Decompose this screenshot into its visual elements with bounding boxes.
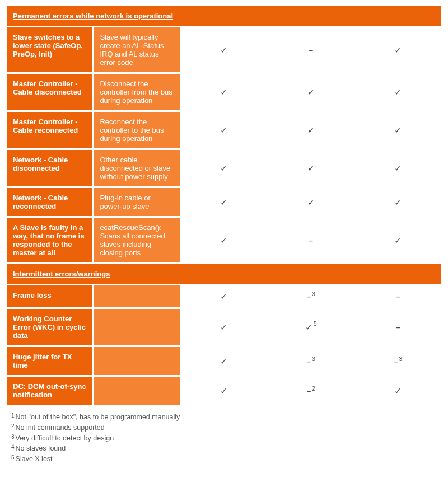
row-description bbox=[94, 309, 179, 345]
dash-icon: – bbox=[307, 387, 311, 395]
col-2-mark: ✓ bbox=[268, 112, 353, 148]
footnote-text: Not "out of the box", has to be programm… bbox=[16, 413, 180, 421]
row-label: Huge jitter for TX time bbox=[7, 347, 92, 375]
check-icon: ✓ bbox=[220, 87, 227, 97]
check-icon: ✓ bbox=[394, 125, 402, 135]
section-title: Permanent errors while network is operat… bbox=[13, 12, 173, 20]
row-description: Reconnect the controller to the bus duri… bbox=[94, 112, 179, 148]
col-2-mark: – bbox=[268, 27, 353, 72]
col-1-mark: ✓ bbox=[181, 309, 267, 345]
row-description: Slave will typically create an AL-Status… bbox=[94, 27, 179, 72]
col-1-mark: ✓ bbox=[181, 285, 267, 307]
error-table: Permanent errors while network is operat… bbox=[6, 4, 442, 406]
footnote: 1Not "out of the box", has to be program… bbox=[11, 412, 437, 423]
col-1-mark: ✓ bbox=[181, 377, 267, 405]
dash-icon: – bbox=[396, 323, 400, 331]
col-2-mark: –2 bbox=[268, 377, 353, 405]
row-description: ecatRescueScan(): Scans all connected sl… bbox=[94, 218, 179, 262]
col-3-mark: –3 bbox=[356, 347, 441, 375]
footnote: 4No slaves found bbox=[11, 443, 437, 454]
check-icon: ✓ bbox=[305, 322, 312, 332]
footnote-number: 4 bbox=[11, 444, 15, 450]
col-1-mark: ✓ bbox=[181, 218, 267, 262]
col-3-mark: ✓ bbox=[356, 188, 441, 216]
footnotes: 1Not "out of the box", has to be program… bbox=[6, 406, 442, 465]
footnote-text: No init commands supported bbox=[16, 424, 105, 432]
col-2-mark: –3 bbox=[268, 285, 353, 307]
section-header: Intermittent errors/warnings bbox=[7, 264, 441, 284]
check-icon: ✓ bbox=[394, 386, 402, 396]
check-icon: ✓ bbox=[307, 163, 315, 173]
col-1-mark: ✓ bbox=[181, 74, 267, 110]
footnote: 5Slave X lost bbox=[11, 454, 437, 465]
col-2-mark: – bbox=[268, 218, 353, 262]
row-label: Master Controller - Cable reconnected bbox=[7, 112, 92, 148]
row-description bbox=[94, 285, 179, 307]
dash-icon: – bbox=[309, 236, 313, 245]
dash-icon: – bbox=[307, 292, 311, 301]
check-icon: ✓ bbox=[220, 163, 227, 173]
row-label: Network - Cable reconnected bbox=[7, 188, 92, 216]
check-icon: ✓ bbox=[220, 292, 227, 301]
table-row: Slave switches to a lower state (SafeOp,… bbox=[7, 27, 441, 72]
col-2-mark: ✓ bbox=[268, 150, 353, 186]
col-2-mark: ✓5 bbox=[268, 309, 353, 345]
check-icon: ✓ bbox=[220, 357, 227, 366]
table-row: A Slave is faulty in a way, that no fram… bbox=[7, 218, 441, 262]
col-2-mark: ✓ bbox=[268, 188, 353, 216]
footnote: 3Very difficult to detect by design bbox=[11, 433, 437, 444]
row-description bbox=[94, 347, 179, 375]
table-row: Network - Cable reconnectedPlug-in cable… bbox=[7, 188, 441, 216]
dash-icon: – bbox=[309, 46, 313, 54]
col-3-mark: ✓ bbox=[356, 27, 441, 72]
row-label: Frame loss bbox=[7, 285, 92, 307]
col-1-mark: ✓ bbox=[181, 27, 267, 72]
check-icon: ✓ bbox=[394, 236, 402, 245]
check-icon: ✓ bbox=[394, 163, 402, 173]
col-1-mark: ✓ bbox=[181, 188, 267, 216]
col-1-mark: ✓ bbox=[181, 150, 267, 186]
footnote-number: 1 bbox=[11, 412, 15, 419]
check-icon: ✓ bbox=[394, 45, 402, 55]
footnote-ref: 2 bbox=[312, 386, 315, 392]
check-icon: ✓ bbox=[394, 87, 402, 97]
col-3-mark: – bbox=[356, 285, 441, 307]
col-3-mark: – bbox=[356, 309, 441, 345]
footnote-ref: 3 bbox=[312, 356, 315, 362]
table-row: Working Counter Error (WKC) in cyclic da… bbox=[7, 309, 441, 345]
check-icon: ✓ bbox=[220, 322, 227, 332]
table-row: Master Controller - Cable reconnectedRec… bbox=[7, 112, 441, 148]
check-icon: ✓ bbox=[220, 236, 227, 245]
col-1-mark: ✓ bbox=[181, 112, 267, 148]
row-label: Working Counter Error (WKC) in cyclic da… bbox=[7, 309, 92, 345]
check-icon: ✓ bbox=[220, 125, 227, 135]
footnote-text: No slaves found bbox=[16, 444, 66, 452]
col-2-mark: ✓ bbox=[268, 74, 353, 110]
footnote-number: 2 bbox=[11, 423, 15, 429]
check-icon: ✓ bbox=[307, 198, 315, 207]
section-title: Intermittent errors/warnings bbox=[13, 270, 110, 278]
row-description bbox=[94, 377, 179, 405]
col-3-mark: ✓ bbox=[356, 74, 441, 110]
col-2-mark: –3 bbox=[268, 347, 353, 375]
footnote-ref: 5 bbox=[314, 321, 317, 327]
col-3-mark: ✓ bbox=[356, 377, 441, 405]
row-label: A Slave is faulty in a way, that no fram… bbox=[7, 218, 92, 262]
row-label: Slave switches to a lower state (SafeOp,… bbox=[7, 27, 92, 72]
footnote-number: 5 bbox=[11, 454, 15, 461]
col-3-mark: ✓ bbox=[356, 112, 441, 148]
row-description: Disconnect the controller from the bus d… bbox=[94, 74, 179, 110]
col-3-mark: ✓ bbox=[356, 218, 441, 262]
footnote-ref: 3 bbox=[312, 291, 315, 297]
table-row: Huge jitter for TX time✓–3–3 bbox=[7, 347, 441, 375]
check-icon: ✓ bbox=[307, 87, 315, 97]
footnote-number: 3 bbox=[11, 434, 15, 440]
dash-icon: – bbox=[394, 357, 398, 365]
dash-icon: – bbox=[307, 357, 311, 365]
footnote: 2No init commands supported bbox=[11, 423, 437, 433]
table-row: Frame loss✓–3– bbox=[7, 285, 441, 307]
row-description: Plug-in cable or power-up slave bbox=[94, 188, 179, 216]
footnote-text: Slave X lost bbox=[16, 455, 53, 463]
footnote-text: Very difficult to detect by design bbox=[16, 434, 114, 442]
table-row: DC: DCM out-of-sync notification✓–2✓ bbox=[7, 377, 441, 405]
